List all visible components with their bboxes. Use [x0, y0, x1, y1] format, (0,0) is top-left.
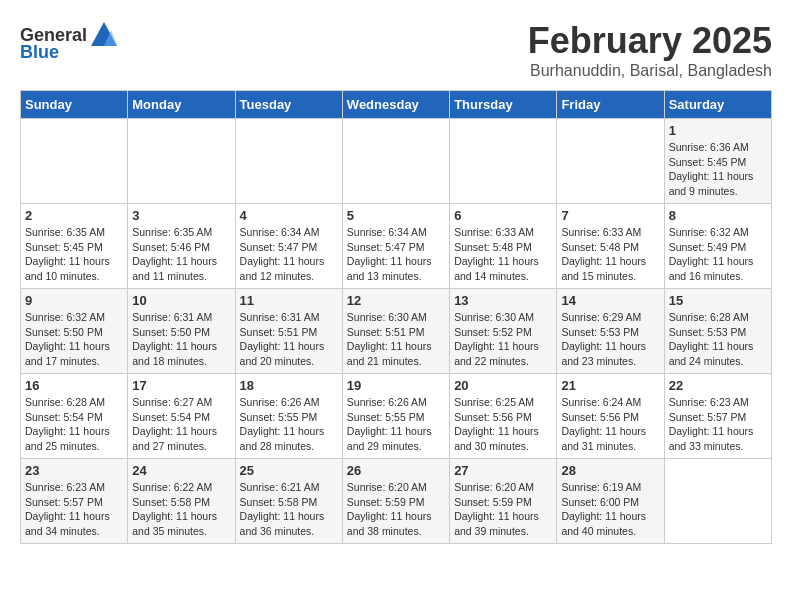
calendar-cell: 20Sunrise: 6:25 AM Sunset: 5:56 PM Dayli…	[450, 374, 557, 459]
calendar-cell: 1Sunrise: 6:36 AM Sunset: 5:45 PM Daylig…	[664, 119, 771, 204]
day-info: Sunrise: 6:28 AM Sunset: 5:53 PM Dayligh…	[669, 310, 767, 369]
calendar-cell: 27Sunrise: 6:20 AM Sunset: 5:59 PM Dayli…	[450, 459, 557, 544]
calendar-cell: 13Sunrise: 6:30 AM Sunset: 5:52 PM Dayli…	[450, 289, 557, 374]
header-cell-friday: Friday	[557, 91, 664, 119]
day-number: 25	[240, 463, 338, 478]
day-number: 17	[132, 378, 230, 393]
calendar-header-row: SundayMondayTuesdayWednesdayThursdayFrid…	[21, 91, 772, 119]
day-info: Sunrise: 6:32 AM Sunset: 5:49 PM Dayligh…	[669, 225, 767, 284]
header-cell-saturday: Saturday	[664, 91, 771, 119]
day-number: 20	[454, 378, 552, 393]
location-title: Burhanuddin, Barisal, Bangladesh	[528, 62, 772, 80]
day-info: Sunrise: 6:26 AM Sunset: 5:55 PM Dayligh…	[240, 395, 338, 454]
calendar-cell	[557, 119, 664, 204]
day-info: Sunrise: 6:35 AM Sunset: 5:46 PM Dayligh…	[132, 225, 230, 284]
calendar-cell	[235, 119, 342, 204]
calendar-table: SundayMondayTuesdayWednesdayThursdayFrid…	[20, 90, 772, 544]
header-cell-sunday: Sunday	[21, 91, 128, 119]
day-number: 2	[25, 208, 123, 223]
day-info: Sunrise: 6:22 AM Sunset: 5:58 PM Dayligh…	[132, 480, 230, 539]
calendar-body: 1Sunrise: 6:36 AM Sunset: 5:45 PM Daylig…	[21, 119, 772, 544]
day-number: 11	[240, 293, 338, 308]
calendar-cell: 15Sunrise: 6:28 AM Sunset: 5:53 PM Dayli…	[664, 289, 771, 374]
calendar-cell: 21Sunrise: 6:24 AM Sunset: 5:56 PM Dayli…	[557, 374, 664, 459]
day-number: 6	[454, 208, 552, 223]
day-number: 7	[561, 208, 659, 223]
day-info: Sunrise: 6:19 AM Sunset: 6:00 PM Dayligh…	[561, 480, 659, 539]
day-number: 5	[347, 208, 445, 223]
day-info: Sunrise: 6:29 AM Sunset: 5:53 PM Dayligh…	[561, 310, 659, 369]
calendar-cell: 4Sunrise: 6:34 AM Sunset: 5:47 PM Daylig…	[235, 204, 342, 289]
header-cell-monday: Monday	[128, 91, 235, 119]
calendar-cell	[21, 119, 128, 204]
day-number: 1	[669, 123, 767, 138]
day-number: 8	[669, 208, 767, 223]
calendar-week-2: 9Sunrise: 6:32 AM Sunset: 5:50 PM Daylig…	[21, 289, 772, 374]
calendar-cell: 17Sunrise: 6:27 AM Sunset: 5:54 PM Dayli…	[128, 374, 235, 459]
day-info: Sunrise: 6:36 AM Sunset: 5:45 PM Dayligh…	[669, 140, 767, 199]
calendar-cell: 26Sunrise: 6:20 AM Sunset: 5:59 PM Dayli…	[342, 459, 449, 544]
day-number: 21	[561, 378, 659, 393]
day-number: 28	[561, 463, 659, 478]
calendar-cell: 14Sunrise: 6:29 AM Sunset: 5:53 PM Dayli…	[557, 289, 664, 374]
calendar-cell: 10Sunrise: 6:31 AM Sunset: 5:50 PM Dayli…	[128, 289, 235, 374]
calendar-cell: 3Sunrise: 6:35 AM Sunset: 5:46 PM Daylig…	[128, 204, 235, 289]
day-info: Sunrise: 6:26 AM Sunset: 5:55 PM Dayligh…	[347, 395, 445, 454]
calendar-cell	[664, 459, 771, 544]
day-info: Sunrise: 6:31 AM Sunset: 5:50 PM Dayligh…	[132, 310, 230, 369]
calendar-week-0: 1Sunrise: 6:36 AM Sunset: 5:45 PM Daylig…	[21, 119, 772, 204]
day-info: Sunrise: 6:35 AM Sunset: 5:45 PM Dayligh…	[25, 225, 123, 284]
calendar-cell: 11Sunrise: 6:31 AM Sunset: 5:51 PM Dayli…	[235, 289, 342, 374]
day-number: 9	[25, 293, 123, 308]
header-cell-wednesday: Wednesday	[342, 91, 449, 119]
day-info: Sunrise: 6:34 AM Sunset: 5:47 PM Dayligh…	[240, 225, 338, 284]
day-number: 16	[25, 378, 123, 393]
day-info: Sunrise: 6:32 AM Sunset: 5:50 PM Dayligh…	[25, 310, 123, 369]
day-number: 19	[347, 378, 445, 393]
day-number: 3	[132, 208, 230, 223]
day-info: Sunrise: 6:31 AM Sunset: 5:51 PM Dayligh…	[240, 310, 338, 369]
calendar-cell: 25Sunrise: 6:21 AM Sunset: 5:58 PM Dayli…	[235, 459, 342, 544]
day-info: Sunrise: 6:33 AM Sunset: 5:48 PM Dayligh…	[454, 225, 552, 284]
calendar-week-1: 2Sunrise: 6:35 AM Sunset: 5:45 PM Daylig…	[21, 204, 772, 289]
calendar-cell: 18Sunrise: 6:26 AM Sunset: 5:55 PM Dayli…	[235, 374, 342, 459]
header-cell-tuesday: Tuesday	[235, 91, 342, 119]
day-info: Sunrise: 6:21 AM Sunset: 5:58 PM Dayligh…	[240, 480, 338, 539]
calendar-week-3: 16Sunrise: 6:28 AM Sunset: 5:54 PM Dayli…	[21, 374, 772, 459]
day-info: Sunrise: 6:25 AM Sunset: 5:56 PM Dayligh…	[454, 395, 552, 454]
calendar-cell	[450, 119, 557, 204]
day-info: Sunrise: 6:34 AM Sunset: 5:47 PM Dayligh…	[347, 225, 445, 284]
calendar-cell: 9Sunrise: 6:32 AM Sunset: 5:50 PM Daylig…	[21, 289, 128, 374]
day-info: Sunrise: 6:30 AM Sunset: 5:51 PM Dayligh…	[347, 310, 445, 369]
day-info: Sunrise: 6:20 AM Sunset: 5:59 PM Dayligh…	[347, 480, 445, 539]
day-info: Sunrise: 6:28 AM Sunset: 5:54 PM Dayligh…	[25, 395, 123, 454]
day-number: 15	[669, 293, 767, 308]
day-number: 26	[347, 463, 445, 478]
calendar-cell: 12Sunrise: 6:30 AM Sunset: 5:51 PM Dayli…	[342, 289, 449, 374]
day-number: 12	[347, 293, 445, 308]
calendar-cell: 5Sunrise: 6:34 AM Sunset: 5:47 PM Daylig…	[342, 204, 449, 289]
day-number: 13	[454, 293, 552, 308]
calendar-cell	[342, 119, 449, 204]
day-info: Sunrise: 6:33 AM Sunset: 5:48 PM Dayligh…	[561, 225, 659, 284]
calendar-cell: 7Sunrise: 6:33 AM Sunset: 5:48 PM Daylig…	[557, 204, 664, 289]
day-info: Sunrise: 6:23 AM Sunset: 5:57 PM Dayligh…	[25, 480, 123, 539]
day-number: 27	[454, 463, 552, 478]
day-info: Sunrise: 6:24 AM Sunset: 5:56 PM Dayligh…	[561, 395, 659, 454]
day-number: 23	[25, 463, 123, 478]
day-info: Sunrise: 6:20 AM Sunset: 5:59 PM Dayligh…	[454, 480, 552, 539]
calendar-cell: 19Sunrise: 6:26 AM Sunset: 5:55 PM Dayli…	[342, 374, 449, 459]
page-header: General Blue February 2025 Burhanuddin, …	[20, 20, 772, 80]
day-number: 22	[669, 378, 767, 393]
day-info: Sunrise: 6:27 AM Sunset: 5:54 PM Dayligh…	[132, 395, 230, 454]
day-number: 18	[240, 378, 338, 393]
calendar-cell: 24Sunrise: 6:22 AM Sunset: 5:58 PM Dayli…	[128, 459, 235, 544]
day-number: 24	[132, 463, 230, 478]
month-title: February 2025	[528, 20, 772, 62]
day-info: Sunrise: 6:23 AM Sunset: 5:57 PM Dayligh…	[669, 395, 767, 454]
calendar-cell: 6Sunrise: 6:33 AM Sunset: 5:48 PM Daylig…	[450, 204, 557, 289]
calendar-cell: 22Sunrise: 6:23 AM Sunset: 5:57 PM Dayli…	[664, 374, 771, 459]
calendar-cell: 28Sunrise: 6:19 AM Sunset: 6:00 PM Dayli…	[557, 459, 664, 544]
calendar-week-4: 23Sunrise: 6:23 AM Sunset: 5:57 PM Dayli…	[21, 459, 772, 544]
logo: General Blue	[20, 20, 119, 63]
